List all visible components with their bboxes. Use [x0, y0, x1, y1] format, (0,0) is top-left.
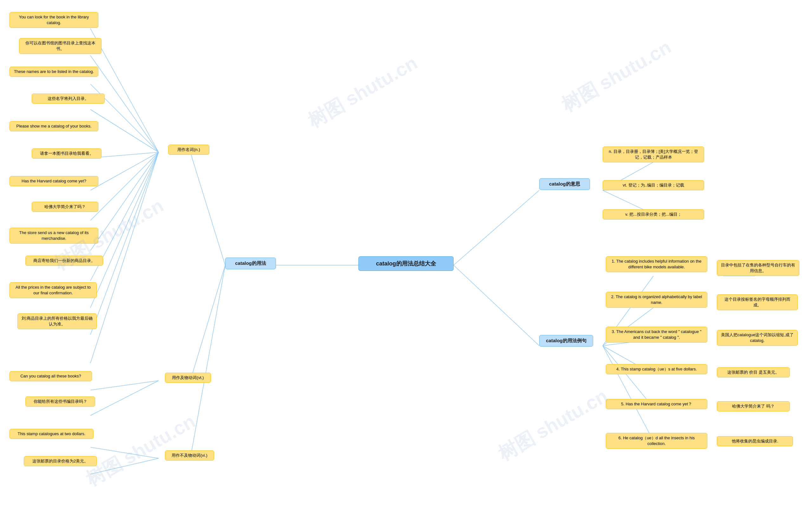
center-label: catalog的用法总结大全	[376, 261, 436, 267]
svg-line-3	[90, 56, 159, 152]
noun-ex3-en-text: Please show me a catalog of your books.	[16, 124, 91, 129]
sent3-zh-text: 美国人把catalogue这个词加以缩短,成了 catalog.	[721, 333, 794, 343]
sent1-zh-text: 目录中包括了在售的各种型号自行车的有用信息。	[721, 263, 795, 273]
noun-ex2-zh-text: 这些名字将列入目录。	[47, 96, 89, 101]
meaning-v-text: v. 把...按目录分类；把...编目；	[625, 212, 681, 217]
svg-line-17	[190, 265, 225, 458]
noun-ex5-en: The store send us a new catalog of its m…	[10, 228, 98, 244]
sent5-en: 5. Has the Harvard catalog come yet？	[606, 399, 707, 409]
noun-ex2-en: These names are to be listed in the cata…	[10, 67, 98, 77]
sent5-zh-text: 哈佛大学简介来了 吗？	[732, 404, 774, 409]
sent6-zh-text: 他将收集的昆虫编成目录.	[732, 439, 778, 443]
meaning-n-node: n. 目录，目录册，目录簿；[美]大学概况一览；登记，记载；产品样本	[603, 147, 704, 162]
right-main1-node: catalog的意思	[539, 178, 590, 190]
svg-line-30	[603, 346, 653, 441]
sent2-en-text: 2. The catalog is organized alphabetical…	[611, 294, 702, 305]
vt-ex1-en: Can you catalog all these books?	[10, 371, 92, 381]
meaning-vt-text: vt. 登记；为..编目；编目录；记载	[623, 183, 684, 188]
svg-line-5	[90, 109, 159, 152]
left-main-label: catalog的用法	[235, 261, 266, 266]
noun-ex4-en-text: Has the Harvard catalog come yet?	[21, 179, 86, 183]
svg-line-15	[90, 381, 159, 390]
sent4-zh-text: 这张邮票的 价目 是五美元。	[727, 370, 779, 374]
vt-ex1-zh-text: 你能给所有这些书编目录吗？	[34, 399, 87, 404]
noun-ex1-en: You can look for the book in the library…	[10, 12, 98, 28]
svg-line-29	[603, 346, 653, 408]
noun-ex6-zh-text: 刘:商品目录上的所有价格以我方最后确认为准。	[21, 316, 93, 326]
noun-branch-label: 用作名词(n.)	[177, 147, 200, 152]
svg-line-12	[90, 152, 159, 335]
watermark-2: 树图 shutu.cn	[303, 50, 422, 134]
right-main1-label: catalog的意思	[549, 181, 580, 187]
right-main2-label: catalog的用法例句	[546, 338, 586, 343]
noun-ex4-en: Has the Harvard catalog come yet?	[10, 176, 98, 186]
noun-ex6-zh: 刘:商品目录上的所有价格以我方最后确认为准。	[17, 313, 97, 329]
sent2-zh: 这个目录按标签名的字母顺序排列而成。	[717, 294, 798, 310]
noun-ex1-zh-text: 你可以在图书馆的图书目录上查找这本书。	[25, 41, 96, 51]
sent5-en-text: 5. Has the Harvard catalog come yet？	[621, 401, 692, 406]
noun-ex3-zh: 请拿一本图书目录给我看看。	[32, 148, 102, 159]
noun-ex1-zh: 你可以在图书馆的图书目录上查找这本书。	[19, 38, 102, 54]
sent3-en-text: 3. The Americans cut back the word " cat…	[612, 329, 701, 340]
svg-line-19	[90, 458, 159, 474]
svg-line-20	[453, 190, 539, 265]
noun-ex1-en-text: You can look for the book in the library…	[19, 15, 89, 25]
noun-ex2-zh: 这些名字将列入目录。	[32, 93, 105, 104]
vt-ex1-zh: 你能给所有这些书编目录吗？	[25, 396, 95, 407]
sent6-en-text: 6. He catalog（ue）d all the insects in hi…	[619, 436, 695, 446]
vt-branch-label: 用作及物动词(vt.)	[172, 375, 204, 380]
sent4-en: 4. This stamp catalog（ue）s at five dolla…	[606, 364, 707, 374]
sent3-zh: 美国人把catalogue这个词加以缩短,成了 catalog.	[717, 330, 798, 346]
sent5-zh: 哈佛大学简介来了 吗？	[717, 401, 790, 411]
svg-line-11	[90, 152, 159, 308]
noun-ex3-en: Please show me a catalog of your books.	[10, 121, 98, 131]
vi-branch-node: 用作不及物动词(vi.)	[165, 451, 214, 460]
sent1-zh: 目录中包括了在售的各种型号自行车的有用信息。	[717, 260, 799, 276]
noun-ex6-en-text: All the prices in the catalog are subjec…	[16, 285, 91, 295]
meaning-n-text: n. 目录，目录册，目录簿；[美]大学概况一览；登记，记载；产品样本	[609, 149, 698, 160]
svg-line-14	[190, 265, 225, 381]
vi-ex1-en: This stamp catalogues at two dollars.	[10, 429, 93, 439]
sent6-en: 6. He catalog（ue）d all the insects in hi…	[606, 433, 707, 449]
sent4-en-text: 4. This stamp catalog（ue）s at five dolla…	[616, 367, 697, 371]
meaning-v-node: v. 把...按目录分类；把...编目；	[603, 209, 704, 220]
svg-line-1	[190, 152, 225, 265]
vi-ex1-en-text: This stamp catalogues at two dollars.	[18, 431, 86, 436]
vt-branch-node: 用作及物动词(vt.)	[165, 373, 211, 383]
center-node: catalog的用法总结大全	[359, 256, 453, 271]
watermark-3: 树图 shutu.cn	[557, 34, 676, 118]
noun-ex2-en-text: These names are to be listed in the cata…	[14, 69, 94, 74]
noun-ex5-zh-text: 商店寄给我们一份新的商品目录。	[33, 258, 95, 263]
vi-ex1-zh-text: 这张邮票的目录价格为2美元。	[32, 459, 88, 463]
noun-ex5-en-text: The store send us a new catalog of its m…	[19, 230, 89, 241]
sent4-zh: 这张邮票的 价目 是五美元。	[717, 367, 790, 378]
sent1-en: 1. The catalog includes helpful informat…	[606, 256, 707, 272]
noun-ex4-zh: 哈佛大学简介来了吗？	[32, 202, 98, 212]
sent6-zh: 他将收集的昆虫编成目录.	[717, 436, 793, 446]
sent3-en: 3. The Americans cut back the word " cat…	[606, 327, 707, 342]
vt-ex1-en-text: Can you catalog all these books?	[20, 374, 81, 378]
svg-line-8	[90, 152, 159, 220]
sent2-en: 2. The catalog is organized alphabetical…	[606, 292, 707, 308]
left-main-node: catalog的用法	[225, 257, 276, 269]
svg-line-16	[90, 381, 159, 415]
sent2-zh-text: 这个目录按标签名的字母顺序排列而成。	[724, 297, 791, 307]
sent1-en-text: 1. The catalog includes helpful informat…	[611, 259, 701, 269]
meaning-vt-node: vt. 登记；为..编目；编目录；记载	[603, 180, 704, 190]
svg-line-24	[453, 265, 539, 346]
vi-branch-label: 用作不及物动词(vi.)	[172, 453, 207, 458]
watermark-4: 树图 shutu.cn	[494, 383, 612, 467]
noun-ex5-zh: 商店寄给我们一份新的商品目录。	[25, 256, 103, 266]
noun-branch-node: 用作名词(n.)	[168, 145, 209, 155]
noun-ex4-zh-text: 哈佛大学简介来了吗？	[44, 204, 86, 209]
noun-ex3-zh-text: 请拿一本图书目录给我看看。	[40, 151, 93, 156]
noun-ex6-en: All the prices in the catalog are subjec…	[10, 282, 97, 298]
svg-line-18	[90, 447, 159, 458]
right-main2-node: catalog的用法例句	[539, 335, 593, 347]
svg-line-9	[90, 152, 159, 251]
vi-ex1-zh: 这张邮票的目录价格为2美元。	[24, 456, 97, 466]
